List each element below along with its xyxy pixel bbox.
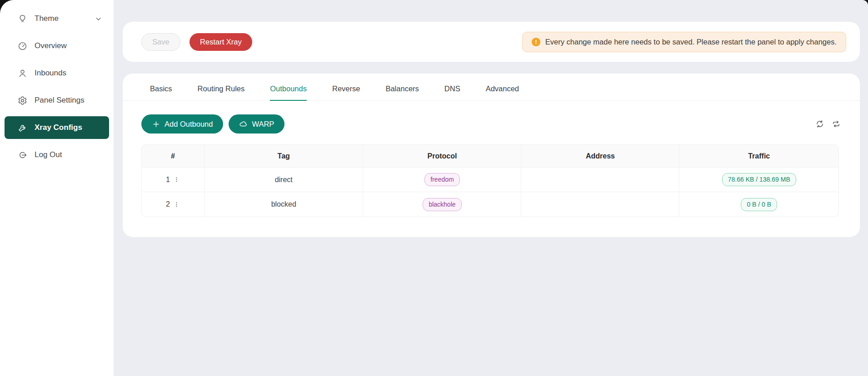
tab-reverse[interactable]: Reverse xyxy=(332,84,360,101)
sidebar-item-inbounds[interactable]: Inbounds xyxy=(5,62,109,84)
traffic-badge: 0 B / 0 B xyxy=(741,198,777,211)
column-header-traffic: Traffic xyxy=(679,145,838,168)
column-header-address: Address xyxy=(521,145,679,168)
tab-advanced[interactable]: Advanced xyxy=(486,84,519,101)
sidebar-item-label: Xray Configs xyxy=(35,123,82,132)
xray-config-card: Basics Routing Rules Outbounds Reverse B… xyxy=(123,74,860,237)
sidebar: Theme Overview Inbounds Panel Settings xyxy=(0,0,114,376)
sidebar-item-label: Theme xyxy=(35,14,59,23)
plus-icon xyxy=(152,120,160,129)
tab-outbounds[interactable]: Outbounds xyxy=(270,84,307,101)
address-cell xyxy=(521,192,679,217)
restart-xray-button[interactable]: Restart Xray xyxy=(190,33,252,51)
column-header-tag: Tag xyxy=(205,145,364,168)
sidebar-item-label: Log Out xyxy=(35,150,62,159)
sidebar-item-log-out[interactable]: Log Out xyxy=(5,143,109,166)
logout-icon xyxy=(17,150,27,160)
row-menu-icon[interactable] xyxy=(173,176,180,183)
protocol-badge: blackhole xyxy=(423,198,461,211)
app-shell: Theme Overview Inbounds Panel Settings xyxy=(0,0,868,376)
sidebar-item-label: Inbounds xyxy=(35,69,66,78)
sidebar-item-label: Overview xyxy=(35,41,67,50)
add-outbound-button[interactable]: Add Outbound xyxy=(141,114,223,134)
sidebar-item-xray-configs[interactable]: Xray Configs xyxy=(5,116,109,139)
outbounds-table: # Tag Protocol Address Traffic 1 xyxy=(141,144,839,217)
sidebar-item-theme[interactable]: Theme xyxy=(5,7,109,30)
address-cell xyxy=(521,168,679,192)
warning-alert-text: Every change made here needs to be saved… xyxy=(545,38,837,46)
column-header-protocol: Protocol xyxy=(363,145,521,168)
table-row: 1 direct freedom 78.66 KB / 138.69 MB xyxy=(142,168,838,192)
save-button[interactable]: Save xyxy=(141,33,180,51)
repeat-icon[interactable] xyxy=(832,119,841,129)
tab-balancers[interactable]: Balancers xyxy=(385,84,419,101)
table-header-row: # Tag Protocol Address Traffic xyxy=(142,145,838,168)
gear-icon xyxy=(17,95,27,105)
gauge-icon xyxy=(17,41,27,51)
traffic-badge: 78.66 KB / 138.69 MB xyxy=(722,173,796,186)
main-content: Save Restart Xray ! Every change made he… xyxy=(114,0,868,376)
warp-button[interactable]: WARP xyxy=(229,114,284,134)
tab-dns[interactable]: DNS xyxy=(444,84,460,101)
wrench-icon xyxy=(17,123,27,133)
toolbar-buttons: Save Restart Xray xyxy=(141,33,252,51)
column-header-index: # xyxy=(142,145,205,168)
tabs-bar: Basics Routing Rules Outbounds Reverse B… xyxy=(123,74,860,101)
row-index: 2 xyxy=(166,200,170,208)
bulb-icon xyxy=(17,14,27,24)
tab-basics[interactable]: Basics xyxy=(150,84,172,101)
tag-cell: direct xyxy=(205,168,364,192)
row-index: 1 xyxy=(166,176,170,184)
warp-label: WARP xyxy=(252,120,274,129)
protocol-badge: freedom xyxy=(424,173,459,186)
row-menu-icon[interactable] xyxy=(173,201,180,208)
chevron-down-icon xyxy=(95,15,102,22)
tab-routing-rules[interactable]: Routing Rules xyxy=(198,84,245,101)
add-outbound-label: Add Outbound xyxy=(165,120,213,129)
cloud-icon xyxy=(239,120,248,129)
toolbar-card: Save Restart Xray ! Every change made he… xyxy=(123,22,860,62)
user-icon xyxy=(17,68,27,78)
table-icon-actions xyxy=(815,119,841,129)
tag-cell: blocked xyxy=(205,192,364,217)
actions-row: Add Outbound WARP xyxy=(141,114,841,134)
sidebar-item-panel-settings[interactable]: Panel Settings xyxy=(5,89,109,112)
refresh-icon[interactable] xyxy=(815,119,824,129)
warning-icon: ! xyxy=(532,38,540,46)
table-row: 2 blocked blackhole 0 B / 0 B xyxy=(142,192,838,217)
warning-alert: ! Every change made here needs to be sav… xyxy=(522,32,846,52)
sidebar-item-label: Panel Settings xyxy=(35,96,85,105)
sidebar-item-overview[interactable]: Overview xyxy=(5,35,109,57)
